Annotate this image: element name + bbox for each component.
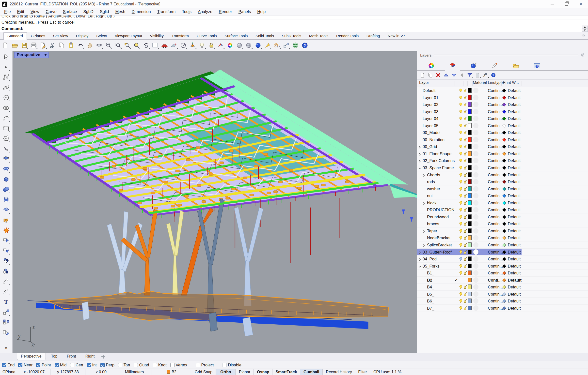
layer-printwidth[interactable]: Default	[508, 115, 521, 122]
layer-printwidth[interactable]: Default	[508, 185, 521, 192]
help-button[interactable]: ?	[300, 41, 309, 50]
layer-color-swatch[interactable]	[468, 116, 472, 121]
offset-curve-button[interactable]	[1, 287, 11, 296]
layer-linetype[interactable]: Contin...	[488, 255, 503, 262]
layer-linetype[interactable]: Contin...	[488, 206, 503, 213]
layer-visibility-bulb-icon[interactable]	[459, 180, 463, 185]
layer-row-braces[interactable]: bracesContin...Default	[417, 220, 588, 227]
layer-color-swatch[interactable]	[468, 242, 472, 247]
panel-tab-libraries[interactable]	[508, 60, 524, 71]
toolbar-tab-standard[interactable]: Standard	[3, 32, 27, 40]
layer-material-preview[interactable]	[473, 221, 478, 226]
layer-row-layer-01[interactable]: Layer 01Contin...Default	[417, 94, 588, 101]
layer-linetype[interactable]: Contin...	[488, 270, 503, 276]
layer-lock-icon[interactable]	[463, 117, 467, 121]
toolbar-tab-new-in-v7[interactable]: New in V7	[384, 32, 409, 40]
move-scale-button[interactable]	[1, 308, 11, 316]
osnap-project[interactable]: Project	[196, 363, 214, 367]
layer-linetype[interactable]: Contin...	[488, 157, 503, 164]
command-prompt-row[interactable]: Command:	[0, 25, 588, 32]
layer-printwidth[interactable]: Default	[508, 277, 522, 284]
menu-panels[interactable]: Panels	[235, 9, 254, 14]
osnap-checkbox-perp[interactable]	[100, 363, 105, 367]
layer-visibility-bulb-icon[interactable]	[459, 138, 463, 143]
select-arrow-button[interactable]	[1, 52, 11, 61]
osnap-checkbox-point[interactable]	[36, 363, 40, 367]
osnap-checkbox-disable[interactable]	[222, 363, 227, 367]
layer-lock-icon[interactable]	[463, 215, 467, 220]
layer-material-preview[interactable]	[473, 270, 478, 276]
toolbar-tab-subd-tools[interactable]: SubD Tools	[278, 32, 305, 40]
menu-render[interactable]: Render	[216, 9, 235, 14]
status-cplane[interactable]: CPlane	[0, 369, 18, 375]
layer-material-preview[interactable]	[473, 298, 478, 304]
layer-row-washer[interactable]: washerContin...Default	[417, 185, 588, 193]
layer-color-swatch[interactable]	[468, 235, 472, 240]
box-button[interactable]	[1, 175, 11, 184]
layer-lock-icon[interactable]	[463, 243, 467, 248]
layer-lock-icon[interactable]	[463, 180, 467, 185]
layer-lock-icon[interactable]	[463, 159, 467, 164]
osnap-checkbox-vertex[interactable]	[170, 363, 175, 367]
rotate-view-button[interactable]	[95, 41, 103, 50]
layer-color-swatch[interactable]	[468, 228, 472, 233]
toolbar-tab-transform[interactable]: Transform	[168, 32, 193, 40]
rendered-sphere-button[interactable]	[254, 41, 262, 50]
layer-material-preview[interactable]	[473, 144, 478, 149]
layer-printwidth[interactable]: Default	[508, 136, 521, 143]
layer-lock-icon[interactable]	[463, 229, 467, 234]
layer-row-nut[interactable]: nutContin...Default	[417, 192, 588, 199]
layer-visibility-bulb-icon[interactable]	[459, 243, 463, 248]
osnap-knot[interactable]: Knot	[153, 363, 167, 367]
status-x-10920-07[interactable]: x -10920.07	[18, 369, 50, 375]
column-header-layer[interactable]: Layer	[419, 80, 429, 85]
osnap-checkbox-quad[interactable]	[134, 363, 138, 367]
layer-lock-icon[interactable]	[463, 194, 467, 199]
toolbar-tab-surface-tools[interactable]: Surface Tools	[221, 32, 252, 40]
layer-linetype[interactable]: Contin...	[488, 220, 503, 227]
layer-printwidth[interactable]: Default	[508, 227, 521, 234]
layer-visibility-bulb-icon[interactable]	[459, 292, 463, 297]
layer-material-preview[interactable]	[473, 109, 478, 114]
delete-layer-button[interactable]	[435, 72, 442, 78]
layer-visibility-bulb-icon[interactable]	[459, 124, 463, 129]
osnap-vertex[interactable]: Vertex	[170, 363, 187, 367]
layer-linetype[interactable]: Contin...	[488, 213, 503, 220]
sphere-boolean-button[interactable]	[1, 185, 11, 194]
select-layer-objects-button[interactable]	[474, 72, 481, 78]
copy-transform-button[interactable]	[1, 328, 11, 337]
status-z-0-00[interactable]: z 0.00	[85, 369, 117, 375]
earth-button[interactable]	[291, 41, 300, 50]
layer-printwidth[interactable]: Default	[508, 164, 521, 171]
layer-row-03-space-frame[interactable]: 03_Space FrameContin...Default	[417, 164, 588, 171]
layer-linetype[interactable]: Contin...	[488, 241, 503, 248]
layer-visibility-bulb-icon[interactable]	[459, 159, 463, 164]
layer-linetype[interactable]: Contin...	[488, 284, 503, 290]
layer-printwidth[interactable]: Default	[508, 234, 521, 241]
layer-color-swatch[interactable]	[468, 250, 472, 254]
layer-lock-icon[interactable]	[463, 285, 467, 290]
layer-material-preview[interactable]	[473, 123, 478, 128]
block-insert-button[interactable]	[1, 216, 11, 225]
viewport-layout-button[interactable]	[151, 41, 159, 50]
new-viewport-plus-icon[interactable]	[101, 355, 105, 359]
layer-color-swatch[interactable]	[468, 270, 472, 275]
layer-color-swatch[interactable]	[468, 151, 472, 156]
osnap-checkbox-near[interactable]	[18, 363, 22, 367]
polygon-button[interactable]	[1, 134, 11, 143]
layer-visibility-bulb-icon[interactable]	[459, 264, 463, 269]
sidebar-overflow-chevrons[interactable]: »	[5, 345, 8, 351]
layer-printwidth[interactable]: Default	[508, 94, 521, 101]
layer-visibility-bulb-icon[interactable]	[459, 96, 463, 101]
layer-printwidth[interactable]: Default	[508, 143, 521, 150]
layer-row-layer-03[interactable]: Layer 03Contin...Default	[417, 108, 588, 115]
layer-expand-toggle[interactable]	[418, 265, 421, 269]
layer-row-b4[interactable]: B4_Contin...Default	[417, 284, 588, 291]
lamp-button[interactable]	[197, 41, 206, 50]
layer-printwidth[interactable]: Default	[508, 108, 521, 115]
cplane-circle-button[interactable]	[179, 41, 188, 50]
layer-color-swatch[interactable]	[468, 179, 472, 184]
layer-color-swatch[interactable]	[468, 256, 472, 261]
panel-tab-panel-help[interactable]: ?	[529, 60, 545, 71]
layer-linetype[interactable]: Contin...	[488, 249, 503, 255]
